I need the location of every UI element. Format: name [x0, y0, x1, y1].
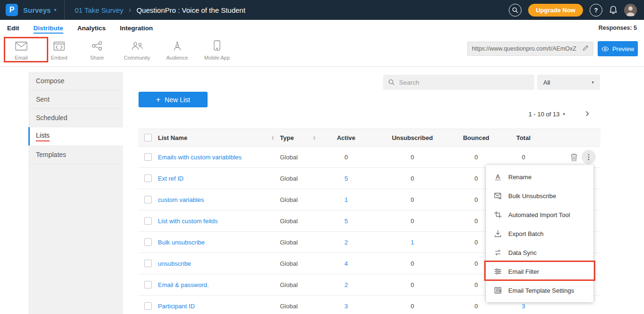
tab-distribute[interactable]: Distribute	[34, 23, 63, 34]
list-name-link[interactable]: custom variables	[158, 196, 204, 203]
surveys-dropdown[interactable]: Surveys ▾	[23, 6, 56, 14]
responses-count: Responses: 5	[599, 25, 637, 31]
pagination-range-dropdown[interactable]: 1 - 10 of 13 ▾	[473, 111, 565, 118]
delete-icon[interactable]	[570, 153, 578, 161]
list-search-field	[383, 75, 534, 90]
channel-community[interactable]: Community	[124, 40, 150, 61]
row-checkbox[interactable]	[144, 281, 152, 288]
unsubscribed-count[interactable]: 0	[374, 154, 450, 161]
svg-text:$: $	[176, 41, 178, 45]
next-page-button[interactable]: ›	[585, 107, 589, 119]
menu-item-email-template-settings[interactable]: Email Template Settings	[486, 281, 593, 300]
table-header: List Name ▲▼ Type ▲▼ Active Unsubscribed…	[138, 129, 600, 147]
active-count[interactable]: 4	[318, 260, 374, 267]
unsubscribed-count[interactable]: 1	[374, 239, 450, 246]
row-checkbox[interactable]	[144, 196, 152, 203]
total-count[interactable]: 3	[502, 303, 545, 310]
list-search-input[interactable]	[399, 79, 529, 86]
user-avatar[interactable]	[624, 4, 637, 17]
preview-button[interactable]: Preview	[598, 41, 638, 56]
surveys-label: Surveys	[23, 6, 51, 14]
select-all-checkbox[interactable]	[144, 134, 152, 141]
active-count[interactable]: 0	[318, 154, 374, 161]
active-count[interactable]: 2	[318, 239, 374, 246]
audience-icon-item[interactable]: $ Audience	[166, 40, 188, 61]
list-type: Global	[280, 196, 298, 203]
sidebar-item-lists[interactable]: Lists	[28, 127, 123, 146]
col-unsubscribed: Unsubscribed	[374, 134, 450, 141]
active-count[interactable]: 3	[318, 303, 374, 310]
list-type: Global	[280, 175, 298, 182]
chevron-down-icon: ▾	[563, 112, 565, 116]
sidebar-item-scheduled[interactable]: Scheduled	[28, 109, 123, 127]
row-menu-button[interactable]: ⋮	[582, 150, 596, 164]
row-checkbox[interactable]	[144, 260, 152, 267]
menu-item-data-sync[interactable]: Data Sync	[486, 243, 593, 262]
sort-type-icon[interactable]: ▲▼	[313, 135, 316, 140]
unsubscribed-count[interactable]: 0	[374, 260, 450, 267]
sidebar-item-sent[interactable]: Sent	[28, 90, 123, 109]
channel-embed[interactable]: Embed	[48, 40, 70, 61]
filter-sliders-icon	[494, 268, 502, 275]
row-checkbox[interactable]	[144, 153, 152, 161]
tab-integration[interactable]: Integration	[120, 23, 153, 34]
menu-item-bulk-unsubscribe[interactable]: Bulk Unsubscribe	[486, 186, 593, 205]
list-name-link[interactable]: Participant ID	[158, 303, 195, 310]
pagination-range: 1 - 10 of 13	[529, 111, 560, 118]
new-list-button[interactable]: + New List	[139, 92, 208, 107]
bounced-count[interactable]: 0	[450, 154, 502, 161]
breadcrumb-survey-link[interactable]: 01 Take Survey	[75, 6, 123, 14]
row-checkbox[interactable]	[144, 302, 152, 310]
menu-item-automated-import[interactable]: Automated Import Tool	[486, 205, 593, 224]
col-bounced: Bounced	[450, 134, 502, 141]
list-name-link[interactable]: Emails with custom variablbles	[158, 154, 242, 161]
plus-icon: +	[156, 96, 160, 104]
row-checkbox[interactable]	[144, 238, 152, 246]
tab-analytics[interactable]: Analytics	[78, 23, 106, 34]
unsubscribed-count[interactable]: 0	[374, 175, 450, 182]
list-name-link[interactable]: List with custom feilds	[158, 218, 218, 225]
active-count[interactable]: 5	[318, 218, 374, 225]
sidebar-item-compose[interactable]: Compose	[28, 72, 123, 90]
audience-icon: $	[172, 41, 183, 52]
header-actions: Upgrade Now ?	[509, 4, 637, 17]
help-button[interactable]: ?	[590, 4, 602, 17]
channel-email[interactable]: Email	[10, 40, 32, 61]
channel-share[interactable]: Share	[86, 40, 108, 61]
notifications-bell-icon[interactable]	[609, 5, 618, 15]
mobile-app-icon	[214, 40, 220, 52]
survey-url-input[interactable]	[472, 45, 579, 52]
unsubscribed-count[interactable]: 0	[374, 303, 450, 310]
active-count[interactable]: 2	[318, 281, 374, 288]
tab-edit[interactable]: Edit	[7, 23, 19, 34]
community-icon	[131, 41, 143, 52]
menu-item-export-batch[interactable]: Export Batch	[486, 224, 593, 243]
list-name-link[interactable]: unsubscribe	[158, 260, 191, 267]
unsubscribed-count[interactable]: 0	[374, 196, 450, 203]
active-count[interactable]: 1	[318, 196, 374, 203]
unsubscribed-count[interactable]: 0	[374, 218, 450, 225]
search-icon[interactable]	[509, 4, 522, 17]
upgrade-now-button[interactable]: Upgrade Now	[528, 4, 583, 17]
template-settings-icon	[494, 287, 502, 294]
edit-url-pencil-icon[interactable]	[583, 44, 589, 53]
bounced-count[interactable]: 0	[450, 303, 502, 310]
menu-item-rename[interactable]: A Rename	[486, 167, 593, 186]
row-checkbox[interactable]	[144, 174, 152, 182]
unsubscribed-count[interactable]: 0	[374, 281, 450, 288]
list-name-link[interactable]: Bulk unsubscribe	[158, 239, 205, 246]
sidebar-item-templates[interactable]: Templates	[28, 146, 123, 164]
total-count[interactable]: 0	[502, 154, 545, 161]
list-type: Global	[280, 218, 298, 225]
active-count[interactable]: 5	[318, 175, 374, 182]
row-checkbox[interactable]	[144, 217, 152, 225]
list-name-link[interactable]: Ext ref ID	[158, 175, 183, 182]
menu-item-email-filter[interactable]: Email Filter	[486, 262, 593, 281]
channel-mobile-app[interactable]: Mobile App	[204, 40, 230, 61]
survey-url-field	[467, 42, 593, 56]
filter-all-dropdown[interactable]: All ▾	[537, 75, 600, 90]
import-tool-icon	[494, 211, 502, 218]
breadcrumb: 01 Take Survey › QuestionPro : Voice of …	[75, 5, 245, 15]
sort-list-name-icon[interactable]: ▲▼	[271, 135, 274, 140]
list-name-link[interactable]: Email & password.	[158, 281, 209, 288]
